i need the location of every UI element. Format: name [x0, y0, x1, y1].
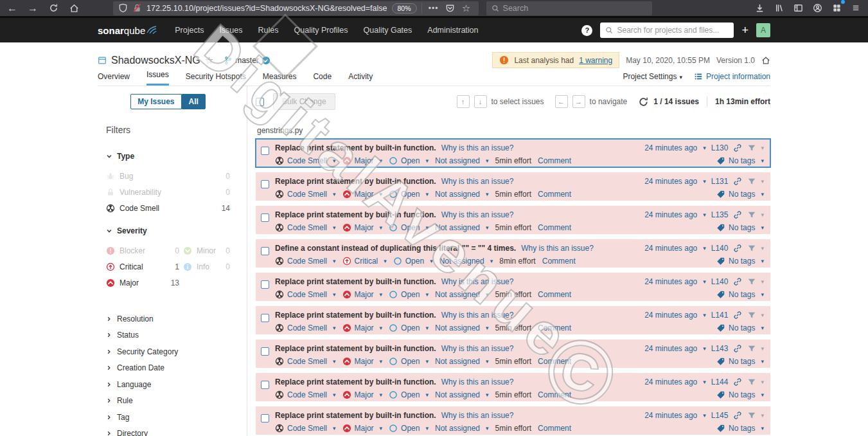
similar-issues-filter-icon[interactable] — [747, 277, 764, 286]
type-facet-header[interactable]: Type — [106, 152, 230, 161]
homepage-icon[interactable] — [761, 56, 770, 65]
issue-checkbox[interactable] — [261, 213, 269, 222]
url-bar[interactable]: 172.25.10.10/project/issues?id=Shadowsoc… — [113, 1, 479, 15]
collapsed-facet[interactable]: Directory — [106, 426, 230, 436]
issue-row[interactable]: Replace print statement by built-in func… — [256, 172, 770, 201]
severity-facet-item[interactable]: Blocker 0 — [106, 246, 179, 256]
issue-checkbox[interactable] — [261, 347, 269, 356]
project-tab[interactable]: Activity — [348, 72, 373, 86]
issue-severity-dropdown[interactable]: Critical — [342, 257, 387, 266]
collapsed-facet[interactable]: Resolution — [106, 311, 230, 327]
why-issue-link[interactable]: Why is this an issue? — [441, 411, 514, 420]
back-icon[interactable]: ← — [5, 1, 19, 15]
project-information-link[interactable]: Project information — [694, 72, 770, 81]
issue-checkbox[interactable] — [261, 247, 269, 255]
issue-row[interactable]: Replace print statement by built-in func… — [256, 273, 770, 301]
bulk-change-button[interactable]: Bulk Change — [273, 93, 335, 110]
similar-issues-filter-icon[interactable] — [747, 244, 764, 253]
user-avatar[interactable]: A — [756, 23, 770, 37]
arrow-left-key-button[interactable]: ← — [555, 95, 568, 108]
issue-title[interactable]: Replace print statement by built-in func… — [275, 311, 436, 320]
issue-type-dropdown[interactable]: Code Smell — [275, 190, 336, 199]
issue-checkbox[interactable] — [261, 147, 269, 155]
all-issues-button[interactable]: All — [182, 94, 206, 109]
issue-status-dropdown[interactable]: Open — [389, 390, 429, 399]
severity-facet-item[interactable]: Major 13 — [106, 278, 179, 288]
bookmark-star-icon[interactable]: ☆ — [459, 1, 474, 15]
issue-line-number[interactable]: L135 — [711, 210, 729, 219]
issue-tags-dropdown[interactable]: No tags — [716, 290, 764, 299]
sidebar-toggle-icon[interactable] — [791, 1, 805, 15]
help-icon[interactable]: ? — [581, 25, 592, 36]
issue-status-dropdown[interactable]: Open — [389, 290, 429, 299]
similar-issues-filter-icon[interactable] — [747, 344, 764, 353]
issue-severity-dropdown[interactable]: Major — [342, 390, 383, 399]
reload-icon[interactable] — [46, 1, 60, 15]
extensions-icon[interactable] — [829, 1, 844, 15]
issue-assignee-dropdown[interactable]: Not assigned — [439, 257, 493, 266]
comment-link[interactable]: Comment — [538, 357, 571, 366]
issue-title[interactable]: Replace print statement by built-in func… — [275, 277, 436, 286]
similar-issues-filter-icon[interactable] — [747, 411, 764, 420]
insecure-lock-icon[interactable] — [132, 1, 142, 15]
home-icon[interactable] — [67, 1, 81, 15]
project-tab[interactable]: Code — [313, 72, 332, 86]
issue-tags-dropdown[interactable]: No tags — [716, 257, 764, 266]
type-facet-item[interactable]: Bug 0 — [106, 171, 230, 181]
comment-link[interactable]: Comment — [538, 424, 571, 433]
collapsed-facet[interactable]: Status — [106, 327, 230, 344]
issue-checkbox[interactable] — [261, 414, 269, 422]
issue-line-number[interactable]: L131 — [711, 177, 729, 186]
issue-checkbox[interactable] — [261, 280, 269, 289]
issue-status-dropdown[interactable]: Open — [389, 424, 429, 433]
issue-assignee-dropdown[interactable]: Not assigned — [435, 156, 489, 165]
project-name[interactable]: ShadowsocksX-NG — [111, 55, 200, 66]
file-name-header[interactable]: genstrings.py — [257, 126, 770, 135]
issue-checkbox[interactable] — [261, 180, 269, 188]
issue-tags-dropdown[interactable]: No tags — [716, 424, 764, 433]
why-issue-link[interactable]: Why is this an issue? — [441, 377, 514, 386]
issue-status-dropdown[interactable]: Open — [389, 156, 429, 165]
library-icon[interactable] — [772, 1, 786, 15]
issue-checkbox[interactable] — [261, 381, 269, 389]
issue-type-dropdown[interactable]: Code Smell — [275, 424, 336, 433]
issue-severity-dropdown[interactable]: Major — [342, 190, 383, 199]
issue-severity-dropdown[interactable]: Major — [342, 156, 383, 165]
similar-issues-filter-icon[interactable] — [747, 210, 764, 219]
severity-facet-item[interactable]: Critical 1 — [106, 262, 179, 272]
tracking-shield-icon[interactable] — [118, 1, 128, 15]
issue-line-number[interactable]: L140 — [711, 277, 729, 286]
comment-link[interactable]: Comment — [538, 223, 571, 232]
nav-menu-item[interactable]: Issues — [219, 26, 242, 35]
issue-line-number[interactable]: L144 — [711, 377, 729, 386]
issue-assignee-dropdown[interactable]: Not assigned — [435, 223, 489, 232]
issue-date-dropdown[interactable]: 24 minutes ago — [644, 377, 706, 386]
issue-assignee-dropdown[interactable]: Not assigned — [435, 390, 489, 399]
issue-assignee-dropdown[interactable]: Not assigned — [435, 323, 489, 332]
issue-title[interactable]: Replace print statement by built-in func… — [275, 344, 436, 353]
issue-severity-dropdown[interactable]: Major — [342, 323, 383, 332]
why-issue-link[interactable]: Why is this an issue? — [441, 277, 514, 286]
why-issue-link[interactable]: Why is this an issue? — [441, 210, 514, 219]
issue-type-dropdown[interactable]: Code Smell — [275, 156, 336, 165]
arrow-up-key-button[interactable]: ↑ — [457, 95, 470, 108]
issue-status-dropdown[interactable]: Open — [393, 257, 433, 266]
why-issue-link[interactable]: Why is this an issue? — [441, 311, 514, 320]
issue-line-number[interactable]: L145 — [711, 411, 729, 420]
project-tab[interactable]: Overview — [98, 72, 130, 86]
issue-line-number[interactable]: L130 — [711, 143, 729, 152]
issue-line-number[interactable]: L143 — [711, 344, 729, 353]
issue-assignee-dropdown[interactable]: Not assigned — [435, 424, 489, 433]
severity-facet-header[interactable]: Severity — [106, 226, 230, 235]
permalink-icon[interactable] — [733, 344, 742, 353]
collapsed-facet[interactable]: Tag — [106, 409, 230, 426]
forward-icon[interactable]: → — [26, 1, 40, 15]
issue-tags-dropdown[interactable]: No tags — [716, 156, 764, 165]
select-all-checkbox[interactable] — [256, 98, 264, 106]
issue-title[interactable]: Replace print statement by built-in func… — [275, 377, 436, 386]
issue-title[interactable]: Replace print statement by built-in func… — [275, 411, 436, 420]
issue-title[interactable]: Replace print statement by built-in func… — [275, 210, 436, 219]
issue-date-dropdown[interactable]: 24 minutes ago — [644, 177, 706, 186]
collapsed-facet[interactable]: Rule — [106, 393, 230, 410]
branch-selector[interactable]: master — [224, 56, 270, 65]
